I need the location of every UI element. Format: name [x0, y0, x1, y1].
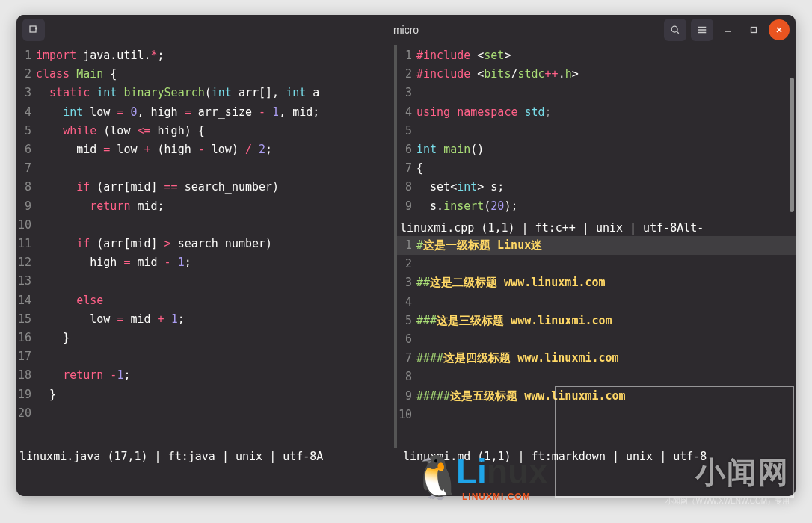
linuxmi-subtext: LINUXMI.COM — [462, 492, 531, 502]
code-line[interactable]: 6 mid = low + (high - low) / 2; — [16, 140, 394, 159]
code-line[interactable]: 5 while (low <= high) { — [16, 122, 394, 140]
code-line[interactable]: 4 int low = 0, high = arr_size - 1, mid; — [16, 103, 394, 122]
code-line[interactable]: 3 static int binarySearch(int arr[], int… — [16, 84, 394, 102]
window-title: micro — [393, 24, 419, 36]
line-number: 3 — [397, 84, 416, 102]
code-line[interactable]: 7{ — [397, 159, 796, 178]
markdown-line[interactable]: 4 — [397, 293, 796, 312]
line-number: 4 — [397, 293, 416, 312]
keybindings-help: ^Q Quit, ^S Save, ^O Open, ^G Help, ^E C… — [16, 465, 796, 496]
line-number: 1 — [397, 236, 416, 255]
code-line[interactable]: 1#include <set> — [397, 46, 796, 65]
line-number: 8 — [16, 178, 36, 196]
line-number: 4 — [397, 103, 416, 122]
markdown-line[interactable]: 7#### 这是四级标题 www.linuxmi.com — [397, 349, 796, 368]
code-line[interactable]: 8 if (arr[mid] == search_number) — [16, 178, 394, 196]
code-line[interactable]: 10 — [16, 216, 394, 235]
status-cpp: linuxmi.cpp (1,1) | ft:c++ | unix | utf-… — [397, 220, 796, 236]
status-java: linuxmi.java (17,1) | ft:java | unix | u… — [16, 448, 394, 465]
code-line[interactable]: 7 — [16, 159, 394, 178]
code-line[interactable]: 1import java.util.*; — [16, 46, 394, 65]
markdown-line[interactable]: 1# 这是一级标题 Linux迷 — [397, 236, 796, 255]
code-line[interactable]: 13 — [16, 272, 394, 291]
line-number: 10 — [16, 216, 36, 235]
markdown-line[interactable]: 9##### 这是五级标题 www.linuxmi.com — [397, 387, 796, 406]
code-line[interactable]: 11 if (arr[mid] > search_number) — [16, 235, 394, 253]
line-number: 7 — [397, 349, 416, 368]
line-number: 17 — [16, 347, 36, 366]
pane-left[interactable]: 1import java.util.*;2class Main {3 stati… — [16, 45, 394, 448]
code-line[interactable]: 20 — [16, 404, 394, 423]
editor-area: 1import java.util.*;2class Main {3 stati… — [16, 45, 796, 448]
line-number: 20 — [16, 404, 36, 423]
line-number: 14 — [16, 291, 36, 310]
code-line[interactable]: 2#include <bits/stdc++.h> — [397, 65, 796, 84]
code-line[interactable]: 6int main() — [397, 140, 796, 159]
line-number: 6 — [397, 330, 416, 349]
markdown-line[interactable]: 8 — [397, 368, 796, 386]
code-line[interactable]: 4using namespace std; — [397, 103, 796, 122]
line-number: 4 — [16, 103, 36, 122]
code-line[interactable]: 8 set<int> s; — [397, 178, 796, 196]
menu-button[interactable] — [691, 19, 713, 41]
line-number: 9 — [397, 197, 416, 216]
code-java[interactable]: 1import java.util.*;2class Main {3 stati… — [16, 45, 394, 423]
code-line[interactable]: 2class Main { — [16, 65, 394, 84]
code-line[interactable]: 3 — [397, 84, 796, 102]
markdown-line[interactable]: 2 — [397, 255, 796, 273]
markdown-line[interactable]: 5### 这是三级标题 www.linuxmi.com — [397, 312, 796, 330]
line-number: 7 — [397, 159, 416, 178]
code-line[interactable]: 9 return mid; — [16, 197, 394, 216]
code-markdown[interactable]: 1# 这是一级标题 Linux迷23## 这是二级标题 www.linuxmi.… — [397, 236, 796, 424]
pane-right-bottom[interactable]: 1# 这是一级标题 Linux迷23## 这是二级标题 www.linuxmi.… — [397, 236, 796, 448]
line-number: 3 — [397, 273, 416, 292]
pane-right-top[interactable]: 1#include <set>2#include <bits/stdc++.h>… — [397, 45, 796, 220]
line-number: 3 — [16, 84, 36, 102]
close-button[interactable] — [769, 19, 790, 40]
code-line[interactable]: 12 high = mid - 1; — [16, 253, 394, 272]
line-number: 12 — [16, 253, 36, 272]
code-line[interactable]: 9 s.insert(20); — [397, 197, 796, 216]
line-number: 11 — [16, 235, 36, 253]
code-cpp[interactable]: 1#include <set>2#include <bits/stdc++.h>… — [397, 45, 796, 216]
minimize-button[interactable] — [718, 19, 739, 40]
line-number: 8 — [397, 368, 416, 386]
line-number: 6 — [397, 140, 416, 159]
line-number: 1 — [16, 46, 36, 65]
markdown-line[interactable]: 6 — [397, 330, 796, 349]
line-number: 19 — [16, 386, 36, 404]
svg-point-1 — [671, 26, 677, 32]
search-button[interactable] — [664, 19, 686, 41]
linux-logo-text: Linux — [456, 451, 548, 492]
new-tab-button[interactable] — [22, 19, 45, 41]
line-number: 9 — [397, 387, 416, 406]
line-number: 1 — [397, 46, 416, 65]
svg-rect-0 — [30, 26, 36, 32]
watermark-text: 小闻网 — [695, 452, 790, 493]
line-number: 7 — [16, 159, 36, 178]
line-number: 16 — [16, 329, 36, 347]
line-number: 2 — [397, 65, 416, 84]
line-number: 6 — [16, 140, 36, 159]
line-number: 9 — [16, 197, 36, 216]
line-number: 10 — [397, 406, 416, 424]
markdown-line[interactable]: 10 — [397, 406, 796, 424]
maximize-button[interactable] — [743, 19, 764, 40]
svg-rect-2 — [751, 28, 757, 33]
line-number: 13 — [16, 272, 36, 291]
titlebar: micro — [16, 15, 796, 45]
line-number: 18 — [16, 366, 36, 385]
code-line[interactable]: 17 — [16, 347, 394, 366]
scrollbar[interactable] — [790, 78, 794, 212]
code-line[interactable]: 5 — [397, 122, 796, 140]
line-number: 5 — [397, 312, 416, 330]
code-line[interactable]: 18 return -1; — [16, 366, 394, 385]
markdown-line[interactable]: 3## 这是二级标题 www.linuxmi.com — [397, 273, 796, 292]
code-line[interactable]: 15 low = mid + 1; — [16, 310, 394, 329]
terminal-window: micro 1import java.util.*;2class Main {3… — [16, 15, 796, 496]
code-line[interactable]: 19 } — [16, 386, 394, 404]
line-number: 2 — [16, 65, 36, 84]
code-line[interactable]: 16 } — [16, 329, 394, 347]
line-number: 5 — [16, 122, 36, 140]
code-line[interactable]: 14 else — [16, 291, 394, 310]
